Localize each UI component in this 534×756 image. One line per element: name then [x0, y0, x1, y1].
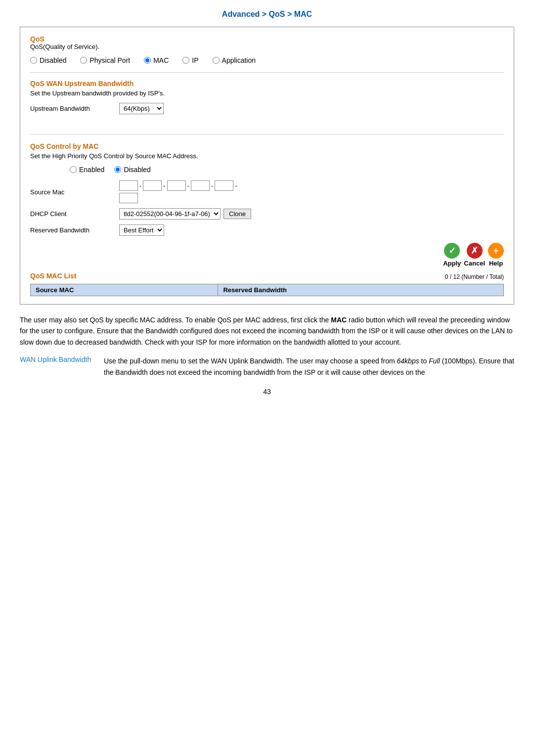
wan-uplink-row: WAN Uplink Bandwidth Use the pull-down m… [20, 356, 514, 378]
col-source-mac: Source MAC [31, 284, 218, 296]
help-label: Help [489, 260, 503, 267]
wan-upstream-title: QoS WAN Upstream Bandwidth [30, 80, 504, 88]
radio-ip[interactable]: IP [182, 56, 198, 64]
qos-label: QoS [30, 35, 504, 43]
dhcp-client-select[interactable]: tld2-02552(00-04-96-1f-a7-06) [119, 208, 221, 220]
mac-field-3[interactable] [167, 180, 186, 191]
radio-application[interactable]: Application [213, 56, 256, 64]
reserved-bandwidth-select[interactable]: Best Effort Low Medium High [119, 224, 164, 236]
qos-panel: QoS QoS(Quality of Service). Disabled Ph… [20, 27, 514, 305]
qos-mac-list-count: 0 / 12 (Number / Total) [445, 273, 504, 280]
mac-sep-2: - [163, 182, 165, 189]
control-enabled-input[interactable] [70, 166, 77, 173]
radio-physical-port-label: Physical Port [89, 56, 130, 64]
mac-sep-5: - [235, 182, 237, 189]
upstream-bandwidth-row: Upstream Bandwidth 64(Kbps) 128(Kbps) 25… [30, 103, 504, 114]
source-mac-label: Source Mac [30, 188, 119, 196]
control-disabled-input[interactable] [114, 166, 121, 173]
mac-sep-4: - [211, 182, 213, 189]
help-icon: + [488, 243, 504, 259]
cancel-label: Cancel [464, 260, 485, 267]
body-paragraph: The user may also set QoS by specific MA… [20, 314, 514, 348]
qos-control-section: QoS Control by MAC Set the High Priority… [30, 142, 504, 236]
separator-1 [30, 72, 504, 73]
separator-2 [30, 134, 504, 134]
upstream-bandwidth-select[interactable]: 64(Kbps) 128(Kbps) 256(Kbps) 512(Kbps) 1… [119, 103, 164, 114]
mac-sep-1: - [139, 182, 141, 189]
mac-field-2[interactable] [143, 180, 162, 191]
qos-control-desc: Set the High Priority QoS Control by Sou… [30, 152, 504, 160]
radio-mac[interactable]: MAC [144, 56, 169, 64]
radio-mac-input[interactable] [144, 57, 151, 64]
radio-application-label: Application [222, 56, 256, 64]
action-row: ✓ Apply ✗ Cancel + Help [30, 243, 504, 267]
mac-field-5[interactable] [215, 180, 233, 191]
dhcp-client-label: DHCP Client [30, 210, 119, 218]
radio-disabled-label: Disabled [40, 56, 66, 64]
dhcp-client-row: DHCP Client tld2-02552(00-04-96-1f-a7-06… [30, 208, 504, 220]
qos-mac-list-title: QoS MAC List [30, 272, 76, 280]
radio-disabled-input[interactable] [30, 57, 37, 64]
wan-uplink-desc: Use the pull-down menu to set the WAN Up… [104, 356, 514, 378]
page-number: 43 [20, 388, 514, 396]
mac-inputs-row1: - - - - - [119, 180, 238, 191]
control-enabled-option[interactable]: Enabled [70, 166, 104, 174]
qos-mode-radio-group: Disabled Physical Port MAC IP Applicatio… [30, 56, 504, 64]
col-reserved-bandwidth: Reserved Bandwidth [218, 284, 504, 296]
enabled-disabled-row: Enabled Disabled [70, 166, 504, 174]
page-title: Advanced > QoS > MAC [20, 10, 514, 19]
mac-input-group: - - - - - [119, 180, 238, 203]
cancel-button[interactable]: ✗ Cancel [464, 243, 485, 267]
radio-physical-port-input[interactable] [80, 57, 87, 64]
apply-icon: ✓ [444, 243, 460, 259]
mac-field-4[interactable] [191, 180, 210, 191]
reserved-bandwidth-row: Reserved Bandwidth Best Effort Low Mediu… [30, 224, 504, 236]
qos-subtitle: QoS(Quality of Service). [30, 43, 504, 50]
radio-application-input[interactable] [213, 57, 220, 64]
cancel-icon: ✗ [467, 243, 483, 259]
wan-uplink-label: WAN Uplink Bandwidth [20, 356, 104, 363]
source-mac-row: Source Mac - - - - - [30, 180, 504, 203]
upstream-bandwidth-label: Upstream Bandwidth [30, 105, 119, 112]
control-disabled-label: Disabled [124, 166, 150, 174]
qos-control-title: QoS Control by MAC [30, 142, 504, 150]
radio-mac-label: MAC [153, 56, 169, 64]
radio-ip-label: IP [192, 56, 198, 64]
help-button[interactable]: + Help [488, 243, 504, 267]
apply-label: Apply [443, 260, 461, 267]
mac-field-1[interactable] [119, 180, 138, 191]
radio-physical-port[interactable]: Physical Port [80, 56, 130, 64]
clone-button[interactable]: Clone [223, 209, 251, 219]
mac-bold: MAC [331, 316, 347, 324]
qos-mac-list-header: QoS MAC List 0 / 12 (Number / Total) [30, 272, 504, 282]
radio-disabled[interactable]: Disabled [30, 56, 66, 64]
control-disabled-option[interactable]: Disabled [114, 166, 150, 174]
control-enabled-label: Enabled [79, 166, 104, 174]
qos-mac-list-table: Source MAC Reserved Bandwidth [30, 284, 504, 296]
wan-upstream-desc: Set the Upstream bandwidth provided by I… [30, 89, 504, 97]
radio-ip-input[interactable] [182, 57, 189, 64]
apply-button[interactable]: ✓ Apply [443, 243, 461, 267]
mac-sep-3: - [187, 182, 189, 189]
mac-field-6[interactable] [119, 193, 138, 203]
reserved-bandwidth-label: Reserved Bandwidth [30, 226, 119, 234]
